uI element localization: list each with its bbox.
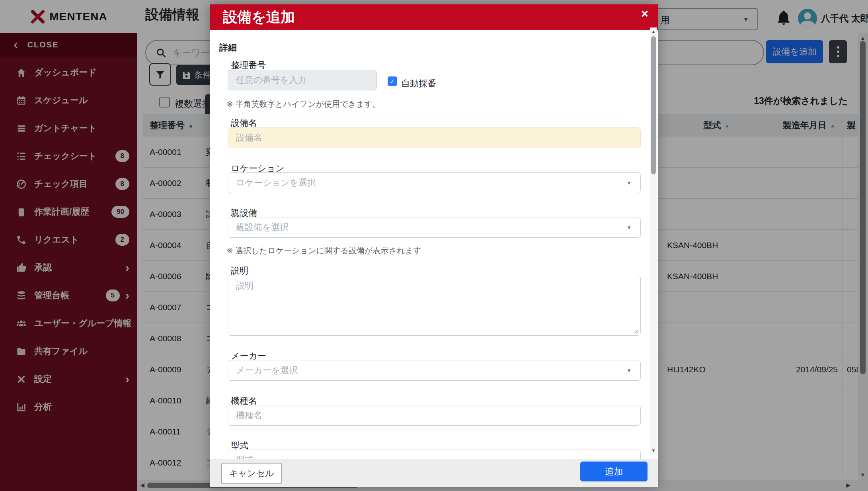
model-name-input[interactable]	[228, 405, 641, 426]
section-label: 詳細	[219, 42, 237, 54]
description-textarea[interactable]	[228, 275, 641, 336]
screen: MENTENA ‹ CLOSE ダッシュボード スケジュール ガントチャート	[0, 0, 868, 491]
location-select[interactable]: ロケーションを選択 ▼	[228, 172, 641, 193]
scroll-down-icon[interactable]: ▼	[650, 448, 657, 453]
modal-scroll-thumb[interactable]	[651, 36, 656, 174]
submit-label: 追加	[605, 466, 623, 478]
chevron-down-icon: ▼	[626, 368, 632, 374]
parent-equipment-select[interactable]: 親設備を選択 ▼	[228, 217, 641, 238]
add-equipment-modal: 設備を追加 × 詳細 整理番号 ✓ 自動採番 ※ 半角英数字とハイフンが使用でき…	[210, 4, 658, 487]
chevron-down-icon: ▼	[626, 225, 632, 231]
resize-handle-icon[interactable]	[632, 328, 638, 334]
cancel-button[interactable]: キャンセル	[221, 463, 282, 484]
parent-equipment-placeholder: 親設備を選択	[236, 221, 289, 233]
scroll-up-icon[interactable]: ▲	[650, 29, 657, 34]
control-no-input[interactable]	[228, 70, 377, 90]
auto-number-checkbox[interactable]: ✓	[388, 76, 397, 86]
check-icon: ✓	[390, 78, 395, 85]
chevron-down-icon: ▼	[626, 180, 632, 186]
modal-footer: キャンセル 追加	[210, 459, 658, 487]
parent-equipment-hint: ※ 選択したロケーションに関する設備が表示されます	[226, 245, 421, 256]
submit-button[interactable]: 追加	[580, 462, 648, 481]
modal-header: 設備を追加 ×	[210, 4, 658, 30]
model-code-input[interactable]	[228, 450, 641, 459]
modal-body: 詳細 整理番号 ✓ 自動採番 ※ 半角英数字とハイフンが使用できます。 設備名 …	[210, 30, 658, 459]
cancel-label: キャンセル	[229, 468, 274, 479]
auto-number-label: 自動採番	[401, 78, 436, 90]
manufacturer-select[interactable]: メーカーを選択 ▼	[228, 360, 641, 381]
manufacturer-placeholder: メーカーを選択	[236, 364, 298, 376]
modal-scrollbar[interactable]: ▲ ▼	[650, 27, 657, 454]
control-no-hint: ※ 半角英数字とハイフンが使用できます。	[226, 99, 380, 110]
location-placeholder: ロケーションを選択	[236, 177, 316, 189]
equipment-name-input[interactable]	[228, 127, 641, 148]
close-icon[interactable]: ×	[641, 7, 648, 21]
modal-title: 設備を追加	[223, 8, 295, 27]
